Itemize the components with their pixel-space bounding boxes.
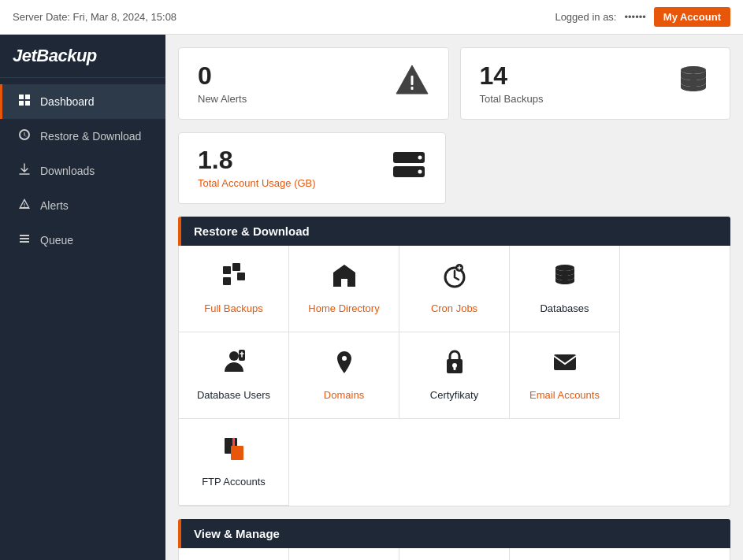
main-content: 0 New Alerts 14 Total Backups <box>165 35 743 560</box>
full-backups-label: Full Backups <box>204 302 262 316</box>
usage-row: 1.8 Total Account Usage (GB) <box>178 132 730 204</box>
ftp-accounts-label: FTP Accounts <box>202 476 266 489</box>
svg-rect-28 <box>231 446 243 460</box>
svg-rect-25 <box>453 367 455 370</box>
database-users-icon <box>220 348 248 383</box>
svg-rect-7 <box>411 76 413 85</box>
sidebar-queue-label: Queue <box>40 234 73 247</box>
database-users-label: Database Users <box>197 389 270 402</box>
stats-row: 0 New Alerts 14 Total Backups <box>178 47 730 120</box>
svg-rect-26 <box>554 354 576 370</box>
svg-point-20 <box>555 265 574 271</box>
svg-rect-2 <box>19 101 24 106</box>
username: •••••• <box>624 11 645 23</box>
sidebar-restore-label: Restore & Download <box>40 130 141 143</box>
usage-card: 1.8 Total Account Usage (GB) <box>178 132 446 204</box>
databases-card[interactable]: Databases <box>510 246 620 332</box>
home-directory-label: Home Directory <box>308 302 379 316</box>
view-manage-grid: Manage Account View Downloads <box>178 548 730 560</box>
usage-value: 1.8 <box>198 147 316 172</box>
manage-account-card[interactable]: Manage Account <box>179 548 289 560</box>
view-manage-header: View & Manage <box>178 519 730 548</box>
email-accounts-label: Email Accounts <box>529 389 600 402</box>
database-users-card[interactable]: Database Users <box>179 332 289 419</box>
svg-point-21 <box>229 351 239 361</box>
svg-rect-29 <box>232 438 235 446</box>
sidebar-dashboard-label: Dashboard <box>40 95 95 108</box>
sidebar-item-downloads[interactable]: Downloads <box>0 154 165 188</box>
logo-part1: Jet <box>13 46 36 65</box>
total-backups-card: 14 Total Backups <box>460 47 731 120</box>
usage-label: Total Account Usage (GB) <box>198 177 316 189</box>
cron-jobs-card[interactable]: Cron Jobs <box>399 246 510 332</box>
svg-rect-17 <box>223 277 231 285</box>
server-date: Server Date: Fri, Mar 8, 2024, 15:08 <box>13 11 176 23</box>
sidebar-alerts-label: Alerts <box>40 199 69 212</box>
total-backups-label: Total Backups <box>480 93 544 105</box>
full-backups-icon <box>220 261 248 296</box>
dashboard-icon <box>17 94 32 109</box>
queue-manage-card[interactable]: Queue <box>399 548 510 560</box>
home-directory-card[interactable]: Home Directory <box>289 246 399 332</box>
logo-part2: Backup <box>36 46 96 65</box>
total-backups-value: 14 <box>480 63 544 88</box>
alert-triangle-icon <box>395 62 429 105</box>
sidebar-downloads-label: Downloads <box>40 165 95 177</box>
restore-download-icon <box>17 128 32 144</box>
sidebar-item-dashboard[interactable]: Dashboard <box>0 84 165 119</box>
ftp-accounts-card[interactable]: FTP Accounts <box>179 419 289 506</box>
domains-label: Domains <box>324 389 364 402</box>
restore-download-section: Restore & Download Full Backups <box>178 217 730 506</box>
svg-rect-3 <box>25 101 30 106</box>
header: Server Date: Fri, Mar 8, 2024, 15:08 Log… <box>0 0 743 35</box>
certyfikaty-icon <box>440 348 469 383</box>
svg-rect-8 <box>411 87 413 90</box>
sidebar-nav: Dashboard Restore & Download Downloads A… <box>0 78 165 560</box>
svg-rect-6 <box>20 241 29 243</box>
logo-text: JetBackup <box>13 46 153 66</box>
svg-rect-14 <box>223 266 231 274</box>
sidebar-item-alerts[interactable]: Alerts <box>0 188 165 223</box>
svg-rect-5 <box>20 238 29 239</box>
sidebar-item-restore-download[interactable]: Restore & Download <box>0 119 165 154</box>
databases-icon <box>551 261 579 296</box>
view-downloads-card[interactable]: View Downloads <box>289 548 399 560</box>
email-accounts-icon <box>551 348 579 383</box>
restore-download-grid: Full Backups Home Directory <box>178 246 730 506</box>
email-accounts-card[interactable]: Email Accounts <box>510 332 620 419</box>
svg-rect-4 <box>20 235 29 236</box>
queue-icon <box>17 232 32 248</box>
svg-point-12 <box>418 156 422 160</box>
domains-icon <box>330 348 358 383</box>
databases-label: Databases <box>540 302 589 316</box>
ftp-accounts-icon <box>220 435 248 469</box>
sidebar-item-queue[interactable]: Queue <box>0 223 165 258</box>
certyfikaty-card[interactable]: Certyfikaty <box>399 332 510 419</box>
new-alerts-value: 0 <box>198 63 247 88</box>
downloads-icon <box>17 163 32 179</box>
svg-rect-16 <box>237 273 245 280</box>
svg-rect-0 <box>19 95 24 99</box>
home-directory-icon <box>330 261 358 296</box>
restore-download-header: Restore & Download <box>178 217 730 246</box>
cron-jobs-label: Cron Jobs <box>431 302 477 316</box>
svg-point-9 <box>681 66 706 74</box>
cron-jobs-icon <box>440 261 469 296</box>
sidebar: JetBackup Dashboard Restore & Download <box>0 35 165 560</box>
svg-rect-15 <box>232 263 240 271</box>
full-backups-card[interactable]: Full Backups <box>179 246 289 332</box>
sidebar-logo: JetBackup <box>0 35 165 78</box>
new-alerts-label: New Alerts <box>198 93 247 105</box>
header-right: Logged in as: •••••• My Account <box>555 7 730 27</box>
new-alerts-card: 0 New Alerts <box>178 47 449 120</box>
logged-in-label: Logged in as: <box>555 11 616 23</box>
alerts-icon <box>17 198 32 213</box>
certyfikaty-label: Certyfikaty <box>430 389 478 402</box>
my-account-button[interactable]: My Account <box>654 7 730 27</box>
svg-rect-1 <box>25 95 30 99</box>
database-icon <box>676 62 711 105</box>
view-manage-section: View & Manage Manage Account <box>178 519 730 560</box>
domains-card[interactable]: Domains <box>289 332 399 419</box>
storage-icon <box>392 150 426 186</box>
svg-point-13 <box>418 170 422 174</box>
